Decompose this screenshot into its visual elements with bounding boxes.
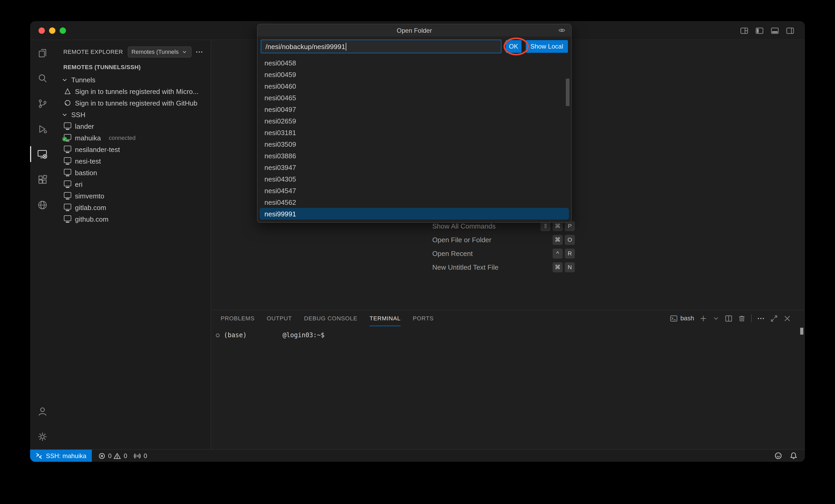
ok-button[interactable]: OK: [506, 40, 522, 53]
chevron-down-icon[interactable]: [713, 315, 719, 322]
activity-tunnels[interactable]: [30, 192, 54, 218]
more-actions-button[interactable]: [195, 48, 203, 56]
more-actions-icon[interactable]: [757, 314, 765, 322]
eye-icon[interactable]: [558, 27, 566, 34]
tree-item-tunnels[interactable]: Tunnels: [54, 74, 210, 85]
broadcast-icon: [134, 452, 141, 459]
gear-icon: [37, 431, 48, 442]
tree-item-host-nesi-test[interactable]: nesi-test: [54, 155, 210, 167]
monitor-icon: [64, 122, 71, 128]
tree-item-label: nesi-test: [75, 157, 101, 165]
tab-terminal[interactable]: TERMINAL: [369, 310, 401, 326]
activity-bar-spacer: [30, 218, 54, 399]
tree-item-host-simvemto[interactable]: simvemto: [54, 190, 210, 202]
minimize-window-button[interactable]: [49, 27, 56, 34]
problems-status[interactable]: 0 0: [98, 452, 127, 459]
statusbar-right: [774, 452, 805, 460]
split-terminal-icon[interactable]: [725, 314, 733, 322]
feedback-icon[interactable]: [774, 452, 782, 460]
close-panel-icon[interactable]: [783, 314, 791, 322]
vscode-window: REMOTE EXPLORER Remotes (Tunnels REMOTES…: [30, 21, 805, 462]
tab-problems[interactable]: PROBLEMS: [221, 310, 255, 326]
scrollbar-thumb[interactable]: [800, 328, 803, 335]
tab-output[interactable]: OUTPUT: [267, 310, 292, 326]
quick-pick-item[interactable]: nesi03947: [260, 161, 569, 173]
tab-debug-console[interactable]: DEBUG CONSOLE: [304, 310, 357, 326]
section-remotes-tunnels-ssh[interactable]: REMOTES (TUNNELS/SSH): [54, 61, 210, 73]
scrollbar-thumb[interactable]: [566, 79, 570, 106]
toggle-secondary-sidebar-icon[interactable]: [786, 26, 794, 35]
panel-tab-bar: PROBLEMS OUTPUT DEBUG CONSOLE TERMINAL P…: [211, 310, 805, 326]
zoom-window-button[interactable]: [60, 27, 66, 34]
key-n: N: [565, 262, 575, 272]
customize-layout-icon[interactable]: [740, 26, 749, 35]
source-control-icon: [37, 98, 48, 109]
watermark-row: Open File or Folder ⌘ O: [432, 233, 575, 246]
dialog-header[interactable]: Open Folder: [258, 24, 571, 36]
activity-explorer[interactable]: [30, 40, 54, 65]
ports-status[interactable]: 0: [134, 452, 147, 459]
chevron-down-icon: [181, 49, 188, 55]
quick-pick-item[interactable]: nesi03509: [260, 138, 569, 150]
quick-pick-item-selected[interactable]: nesi99991: [260, 208, 569, 220]
shell-selector[interactable]: bash: [670, 314, 694, 322]
activity-settings[interactable]: [30, 424, 54, 449]
connected-check-icon: [62, 137, 67, 141]
tab-ports[interactable]: PORTS: [413, 310, 434, 326]
quick-pick-item[interactable]: nesi04562: [260, 196, 569, 208]
tree-item-host-bastion[interactable]: bastion: [54, 167, 210, 178]
activity-extensions[interactable]: [30, 167, 54, 192]
tree-item-label: Sign in to tunnels registered with Micro…: [75, 87, 199, 95]
files-icon: [37, 47, 48, 58]
activity-accounts[interactable]: [30, 399, 54, 424]
activity-remote-explorer[interactable]: [30, 141, 54, 167]
tree-item-label: lander: [75, 122, 94, 130]
tree-item-host-lander[interactable]: lander: [54, 120, 210, 132]
key-o: O: [565, 235, 575, 245]
quick-pick-item[interactable]: nesi00497: [260, 103, 569, 115]
tree-item-host-nesilander-test[interactable]: nesilander-test: [54, 144, 210, 155]
tree-item-signin-microsoft[interactable]: Sign in to tunnels registered with Micro…: [54, 85, 210, 97]
tree-item-label: nesilander-test: [75, 145, 120, 153]
quick-pick-item[interactable]: nesi03886: [260, 150, 569, 161]
remote-indicator[interactable]: SSH: mahuika: [30, 450, 91, 462]
window-controls: [39, 27, 66, 34]
key-cmd: ⌘: [553, 235, 563, 245]
bell-icon[interactable]: [790, 452, 797, 460]
quick-pick-item[interactable]: nesi04305: [260, 173, 569, 185]
quick-pick-item[interactable]: nesi04547: [260, 185, 569, 196]
watermark-label: New Untitled Text File: [432, 263, 498, 271]
maximize-panel-icon[interactable]: [770, 314, 778, 322]
tree-item-host-gitlab[interactable]: gitlab.com: [54, 202, 210, 213]
activity-run-debug[interactable]: [30, 116, 54, 141]
tree-item-host-github[interactable]: github.com: [54, 213, 210, 225]
bottom-panel: PROBLEMS OUTPUT DEBUG CONSOLE TERMINAL P…: [211, 310, 805, 449]
quick-pick-item[interactable]: nesi00460: [260, 80, 569, 92]
tree-item-signin-github[interactable]: Sign in to tunnels registered with GitHu…: [54, 97, 210, 109]
quick-pick-item[interactable]: nesi00458: [260, 57, 569, 68]
watermark-label: Show All Commands: [432, 222, 496, 230]
activity-source-control[interactable]: [30, 91, 54, 116]
remote-scope-select[interactable]: Remotes (Tunnels: [128, 46, 191, 57]
error-count: 0: [108, 452, 111, 459]
activity-search[interactable]: [30, 65, 54, 91]
terminal-view[interactable]: (base) @login03:~$: [211, 326, 805, 449]
account-icon: [37, 406, 48, 417]
toggle-primary-sidebar-icon[interactable]: [755, 26, 764, 35]
tree-item-ssh[interactable]: SSH: [54, 109, 210, 120]
quick-pick-item[interactable]: nesi02659: [260, 115, 569, 127]
folder-path-input[interactable]: /nesi/nobackup/nesi99991: [261, 40, 502, 53]
kill-terminal-icon[interactable]: [738, 314, 746, 322]
quick-pick-item[interactable]: nesi00459: [260, 68, 569, 80]
new-terminal-icon[interactable]: [699, 314, 707, 322]
close-window-button[interactable]: [39, 27, 45, 34]
shell-prompt: @login03:~$: [283, 331, 325, 339]
show-local-button[interactable]: Show Local: [526, 40, 568, 53]
quick-pick-item[interactable]: nesi03181: [260, 127, 569, 138]
monitor-icon: [64, 146, 71, 152]
toggle-panel-icon[interactable]: [771, 26, 779, 35]
key-cmd: ⌘: [553, 262, 563, 272]
tree-item-host-mahuika[interactable]: mahuika connected: [54, 132, 210, 144]
quick-pick-item[interactable]: nesi00465: [260, 92, 569, 103]
tree-item-host-eri[interactable]: eri: [54, 178, 210, 190]
